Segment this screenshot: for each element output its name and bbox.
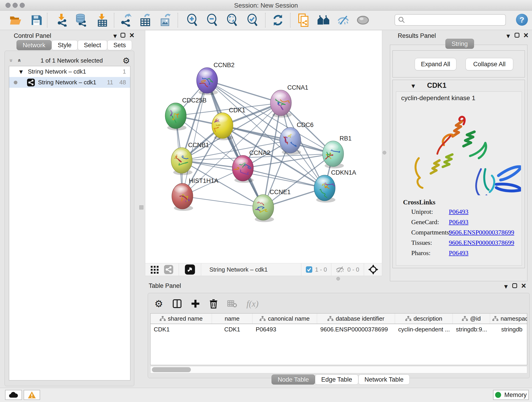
tab-node-table[interactable]: Node Table xyxy=(272,375,315,385)
hidden-eye-icon[interactable] xyxy=(336,266,345,273)
network-list-view-icon[interactable] xyxy=(164,265,173,274)
search-input[interactable] xyxy=(407,17,504,24)
export-table-icon[interactable] xyxy=(139,14,152,27)
close-panel-icon[interactable]: × xyxy=(129,33,134,38)
open-session-icon[interactable] xyxy=(9,14,22,27)
node-label: CCNE1 xyxy=(270,189,291,196)
save-session-icon[interactable] xyxy=(30,14,43,27)
node-table[interactable]: shared name name canonical name database… xyxy=(150,313,527,365)
crosslink-label: GeneCard: xyxy=(411,218,439,226)
crosslinks-title: CrossLinks xyxy=(403,198,435,206)
help-icon[interactable]: ? xyxy=(516,14,528,26)
network-view-canvas[interactable]: CCNB2CCNA1CDC25BCDK1CDC6RB1CCNB1CCNA2CDK… xyxy=(145,31,382,263)
network-options-gear-icon[interactable]: ⚙ xyxy=(123,56,130,65)
close-panel-icon[interactable]: × xyxy=(521,283,526,288)
function-builder-icon[interactable]: f(x) xyxy=(247,299,259,309)
export-network-icon[interactable] xyxy=(119,14,132,27)
birdseye-view-icon[interactable] xyxy=(185,264,195,274)
float-panel-icon[interactable] xyxy=(512,283,517,288)
crosslink-value-link[interactable]: P06493 xyxy=(449,249,469,257)
left-splitter-handle[interactable] xyxy=(139,205,143,210)
zoom-fit-icon[interactable] xyxy=(226,14,239,27)
panel-menu-icon[interactable]: ▼ xyxy=(507,33,510,39)
import-network-database-icon[interactable] xyxy=(75,14,88,27)
network-view-toolbar: String Network – cdk1 1 - 0 0 - 0 xyxy=(145,263,382,276)
node-count: 11 xyxy=(107,79,113,86)
show-columns-icon[interactable] xyxy=(173,299,181,308)
tab-string[interactable]: String xyxy=(445,39,474,49)
warnings-button[interactable] xyxy=(24,390,40,400)
network-node-cdkn1a[interactable]: CDKN1A xyxy=(314,169,356,203)
network-tree-root-row[interactable]: ▼ String Network – cdk1 1 xyxy=(9,66,130,77)
crosslink-value-link[interactable]: 9606.ENSP00000378699 xyxy=(449,229,514,236)
search-field[interactable] xyxy=(394,14,506,26)
float-panel-icon[interactable] xyxy=(515,33,519,38)
tab-sets[interactable]: Sets xyxy=(107,40,132,50)
expand-collapse-box: Expand All Collapse All xyxy=(393,51,525,77)
toolbar-separator xyxy=(177,13,178,27)
grid-view-icon[interactable] xyxy=(151,265,159,274)
toolbar-separator xyxy=(47,13,47,27)
copy-network-icon[interactable] xyxy=(297,14,310,27)
collapse-all-networks-icon[interactable]: » xyxy=(8,59,15,62)
show-hidden-icon[interactable] xyxy=(356,14,369,27)
crosslink-value-link[interactable]: P06493 xyxy=(449,218,469,226)
zoom-in-icon[interactable] xyxy=(186,14,199,27)
toolbar-separator xyxy=(290,13,291,27)
column-type-icon xyxy=(260,316,266,321)
zoom-out-icon[interactable] xyxy=(206,14,219,27)
tree-collapse-icon[interactable]: ▼ xyxy=(19,69,23,75)
string-network-graph[interactable]: CCNB2CCNA1CDC25BCDK1CDC6RB1CCNB1CCNA2CDK… xyxy=(145,31,382,263)
network-tree-child-row[interactable]: String Network – cdk1 11 48 xyxy=(9,77,130,88)
warning-icon xyxy=(28,391,36,399)
network-node-cdc6[interactable]: CDC6 xyxy=(280,121,314,155)
network-node-ccnb2[interactable]: CCNB2 xyxy=(196,62,234,95)
tab-style[interactable]: Style xyxy=(51,40,78,50)
expand-all-button[interactable]: Expand All xyxy=(415,58,456,70)
scrollbar-thumb[interactable] xyxy=(152,367,191,372)
network-overview-icon[interactable] xyxy=(317,14,330,27)
tab-edge-table[interactable]: Edge Table xyxy=(315,375,358,385)
refresh-view-icon[interactable] xyxy=(272,14,284,27)
horizontal-scrollbar[interactable] xyxy=(150,366,527,373)
network-node-ccne1[interactable]: CCNE1 xyxy=(253,189,291,222)
delete-column-trash-icon[interactable] xyxy=(209,299,218,308)
close-panel-icon[interactable]: × xyxy=(524,33,528,38)
table-panel-title: Table Panel xyxy=(149,282,181,289)
export-image-icon[interactable] xyxy=(159,14,172,27)
crosslink-value-link[interactable]: 9606.ENSP00000378699 xyxy=(449,239,514,246)
crosslink-value-link[interactable]: P06493 xyxy=(449,208,469,216)
float-panel-icon[interactable] xyxy=(120,33,125,38)
hide-selected-icon[interactable] xyxy=(337,14,350,27)
panel-menu-icon[interactable]: ▼ xyxy=(114,33,117,39)
create-column-plus-icon[interactable] xyxy=(191,299,200,308)
section-collapse-icon[interactable]: ▼ xyxy=(412,83,415,89)
import-table-file-icon[interactable] xyxy=(96,14,109,27)
selected-checkbox-icon[interactable] xyxy=(306,266,312,273)
cloud-status-button[interactable] xyxy=(5,390,22,400)
panel-menu-icon[interactable]: ▼ xyxy=(504,284,508,289)
fit-selection-crosshair-icon[interactable] xyxy=(368,264,378,274)
zoom-selected-icon[interactable] xyxy=(246,14,259,27)
table-row[interactable]: CDK1 CDK1 P06493 9606.ENSP00000378699 cy… xyxy=(151,324,527,335)
expand-all-networks-icon[interactable]: » xyxy=(16,59,22,62)
edge-count: 48 xyxy=(119,79,126,86)
network-selection-status: 1 of 1 Network selected xyxy=(21,57,123,64)
delete-table-icon[interactable] xyxy=(227,300,237,307)
collapse-all-button[interactable]: Collapse All xyxy=(466,58,513,70)
table-options-gear-icon[interactable]: ⚙ xyxy=(154,298,163,309)
string-results-scroll-area: Expand All Collapse All ▼ CDK1 cyclin-de… xyxy=(390,45,527,281)
network-node-ccna2[interactable]: CCNA2 xyxy=(232,149,270,183)
network-node-ccna1[interactable]: CCNA1 xyxy=(270,84,308,118)
memory-button[interactable]: Memory xyxy=(493,390,529,400)
right-splitter-handle[interactable] xyxy=(383,151,386,154)
node-label: HIST1H1A xyxy=(189,177,218,184)
tab-network-table[interactable]: Network Table xyxy=(358,375,410,385)
network-node-hist1h1a[interactable]: HIST1H1A xyxy=(172,177,218,211)
tab-select[interactable]: Select xyxy=(78,40,107,50)
column-header: canonical name xyxy=(253,313,317,324)
network-node-rb1[interactable]: RB1 xyxy=(323,135,352,168)
import-network-file-icon[interactable] xyxy=(56,14,68,27)
tab-network[interactable]: Network xyxy=(17,40,51,50)
network-node-cdc25b[interactable]: CDC25B xyxy=(165,97,207,130)
